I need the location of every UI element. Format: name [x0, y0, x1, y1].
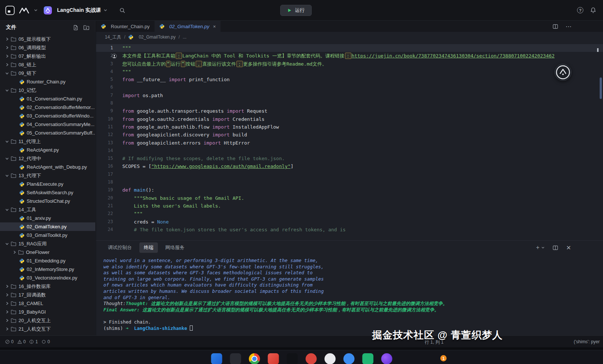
tree-file-01_arxiv.py[interactable]: 01_arxiv.py	[0, 214, 95, 222]
code-line-5: 5from __future__ import print_function	[96, 76, 603, 83]
notifications-icon[interactable]	[590, 7, 596, 13]
tree-folder-14_工具[interactable]: 14_工具	[0, 205, 95, 214]
tree-folder-12_代理中[interactable]: 12_代理中	[0, 154, 95, 163]
tree-folder-07_解析输出[interactable]: 07_解析输出	[0, 52, 95, 60]
tree-file-01_ConversationChain.py[interactable]: 01_ConversationChain.py	[0, 95, 95, 103]
tree-file-02_InMemoryStore.py[interactable]: 02_InMemoryStore.py	[0, 265, 95, 274]
tree-folder-18_CAMEL[interactable]: 18_CAMEL	[0, 299, 95, 308]
tree-folder-19_BabyAGI[interactable]: 19_BabyAGI	[0, 308, 95, 316]
tree-folder-16_操作数据库[interactable]: 16_操作数据库	[0, 282, 95, 291]
help-icon[interactable]: ?	[577, 7, 583, 13]
tree-file-ReActAgent.py[interactable]: ReActAgent.py	[0, 146, 95, 154]
taskbar-icon-black-tile[interactable]	[286, 353, 298, 364]
tree-file-SelfAskwithSearch.py[interactable]: SelfAskwithSearch.py	[0, 188, 95, 197]
python-file-icon	[19, 216, 24, 221]
tree-folder-06_调用模型[interactable]: 06_调用模型	[0, 43, 95, 52]
tree-folder-17_回调函数[interactable]: 17_回调函数	[0, 291, 95, 299]
code-line-11: 11from google_auth_oauthlib.flow import …	[96, 123, 603, 131]
info-count[interactable]: 1	[29, 339, 38, 344]
breadcrumb-more[interactable]: ...	[183, 34, 186, 40]
close-panel-icon[interactable]: ✕	[566, 244, 571, 251]
tree-item-label: 05_提示模板下	[19, 36, 51, 43]
tree-folder-21_人机交互下[interactable]: 21_人机交互下	[0, 325, 95, 333]
tree-file-04_ConversationSummaryMe...[interactable]: 04_ConversationSummaryMe...	[0, 120, 95, 129]
tree-item-label: Plan&Execute.py	[27, 181, 63, 187]
tree-folder-20_人机交互上[interactable]: 20_人机交互上	[0, 316, 95, 325]
taskbar-icon-blue-circle[interactable]	[343, 353, 354, 364]
editor-tab-Rounter_Chain.py[interactable]: Rounter_Chain.py	[96, 21, 155, 32]
chevron-collapsed-icon	[5, 285, 9, 288]
editor-scrollbar[interactable]	[600, 77, 602, 99]
new-terminal-button[interactable]: +	[536, 244, 544, 251]
tree-item-label: 09_链下	[19, 70, 36, 77]
tree-file-01_Embedding.py[interactable]: 01_Embedding.py	[0, 257, 95, 265]
breadcrumb-folder[interactable]: 14_工具	[105, 34, 121, 40]
line-number: 9	[96, 107, 113, 115]
panel-tab-网络服务[interactable]: 网络服务	[161, 242, 189, 253]
editor-tab-02_GmailToken.py[interactable]: 02_GmailToken.py×	[155, 21, 221, 32]
split-editor-icon[interactable]	[553, 24, 558, 29]
search-icon[interactable]	[119, 7, 125, 13]
tree-item-label: Rounter_Chain.py	[27, 79, 66, 85]
tree-folder-08_链上[interactable]: 08_链上	[0, 60, 95, 69]
folder-icon	[11, 62, 16, 67]
taskbar-icon-red-tile[interactable]	[268, 353, 279, 364]
tree-item-label: 04_ConversationSummaryMe...	[27, 122, 95, 127]
brand-chevron-icon[interactable]	[34, 9, 37, 12]
tree-item-label: 16_操作数据库	[19, 283, 51, 290]
tree-item-label: StructedToolChat.py	[27, 198, 70, 204]
tree-file-Plan&Execute.py[interactable]: Plan&Execute.py	[0, 180, 95, 188]
new-folder-icon[interactable]	[83, 25, 89, 30]
project-switcher[interactable]: LangChain 实战课	[44, 6, 107, 14]
interpreter-info[interactable]: ('shims': pyer	[574, 339, 602, 344]
brand-logo-icon[interactable]	[19, 7, 30, 14]
taskbar-icon-blue-tile[interactable]	[211, 353, 222, 364]
tree-file-02_GmailToken.py[interactable]: 02_GmailToken.py	[0, 222, 95, 231]
python-file-icon	[19, 105, 24, 110]
tree-folder-10_记忆[interactable]: 10_记忆	[0, 86, 95, 95]
tree-file-StructedToolChat.py[interactable]: StructedToolChat.py	[0, 197, 95, 205]
tree-file-03_GmailToolkit.py[interactable]: 03_GmailToolkit.py	[0, 231, 95, 239]
breadcrumb-file[interactable]: 02_GmailToken.py	[139, 34, 175, 40]
notification-badge[interactable]: 1	[440, 355, 447, 361]
dot-count[interactable]: 0	[42, 339, 50, 344]
tree-folder-13_代理下[interactable]: 13_代理下	[0, 171, 95, 180]
tree-item-label: 01_ConversationChain.py	[27, 96, 82, 102]
taskbar-icon-teal-tile[interactable]	[362, 353, 373, 364]
tree-folder-09_链下[interactable]: 09_链下	[0, 69, 95, 77]
tab-close-icon[interactable]: ×	[213, 24, 216, 29]
run-button[interactable]: 运行	[280, 5, 312, 16]
error-count[interactable]: 0	[5, 339, 14, 344]
tree-folder-15_RAG应用[interactable]: 15_RAG应用	[0, 239, 95, 248]
tree-file-03_ConversationBufferWindo...[interactable]: 03_ConversationBufferWindo...	[0, 112, 95, 120]
line-number: 10	[96, 115, 113, 123]
more-actions-icon[interactable]: ⋯	[566, 23, 572, 30]
warning-count[interactable]: 0	[17, 339, 26, 344]
chevron-expanded-icon	[6, 157, 9, 161]
tree-file-03_VectorstoreIndex.py[interactable]: 03_VectorstoreIndex.py	[0, 274, 95, 282]
tree-file-05_ConversationSummaryBuff...[interactable]: 05_ConversationSummaryBuff...	[0, 129, 95, 137]
taskbar-icon-light-circle[interactable]	[324, 353, 335, 364]
tree-folder-OneFlower[interactable]: OneFlower	[0, 248, 95, 257]
taskbar-icon-browser[interactable]	[249, 353, 260, 364]
panel-tab-终端[interactable]: 终端	[139, 242, 158, 253]
ai-assistant-button[interactable]	[554, 64, 571, 81]
folder-icon	[11, 156, 16, 161]
tree-item-label: ReActAgent.py	[27, 147, 59, 153]
split-panel-icon[interactable]	[553, 245, 558, 251]
tree-file-ReActAgent_with_Debug.py[interactable]: ReActAgent_with_Debug.py	[0, 163, 95, 171]
tree-file-Rounter_Chain.py[interactable]: Rounter_Chain.py	[0, 77, 95, 86]
code-editor[interactable]: 1"""2本文件是【工具和工具箱：LangChain 中的 Tool 和 Too…	[96, 42, 603, 240]
python-file-icon	[19, 165, 24, 170]
taskbar-icon-dark-tile[interactable]	[230, 353, 241, 364]
new-file-icon[interactable]	[73, 25, 79, 30]
tree-file-02_ConversationBufferMemor...[interactable]: 02_ConversationBufferMemor...	[0, 103, 95, 112]
app-logo-icon[interactable]	[5, 6, 15, 15]
taskbar-icon-red-circle[interactable]	[305, 353, 317, 364]
tree-item-label: 06_调用模型	[19, 44, 46, 51]
tree-folder-05_提示模板下[interactable]: 05_提示模板下	[0, 35, 95, 43]
terminal-output[interactable]: novel word in a sentence, or performing …	[96, 255, 603, 335]
panel-tab-调试控制台[interactable]: 调试控制台	[103, 242, 136, 253]
tree-folder-11_代理上[interactable]: 11_代理上	[0, 137, 95, 146]
taskbar-icon-purple-circle[interactable]	[381, 353, 392, 364]
